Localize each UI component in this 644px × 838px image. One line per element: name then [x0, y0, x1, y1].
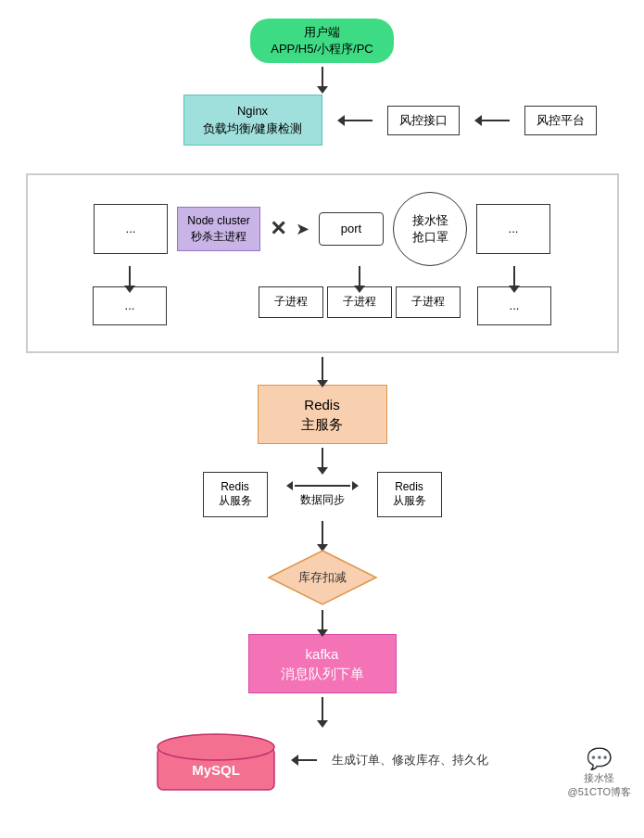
mask-label: 接水怪 抢口罩	[412, 212, 448, 246]
data-sync-label: 数据同步	[300, 492, 345, 508]
user-client-box: 用户端 APP/H5/小程序/PC	[250, 19, 394, 63]
diamond-text: 库存扣减	[298, 570, 347, 584]
kafka-box: kafka 消息队列下单	[248, 634, 397, 693]
dots-box-right: ...	[476, 204, 550, 254]
kafka-label: kafka 消息队列下单	[281, 644, 364, 683]
left-down-arrow	[129, 266, 131, 286]
arrow-head-mysql	[291, 755, 298, 766]
architecture-diagram: 用户端 APP/H5/小程序/PC Nginx 负载均衡/健康检测 风控接口 风…	[0, 0, 644, 810]
bi-arrow-line1	[286, 481, 359, 490]
arrow-redismaster-slaves	[322, 448, 323, 468]
subprocess3-box: 子进程	[396, 286, 461, 318]
spacer2	[278, 266, 298, 286]
arrow-head2	[474, 115, 482, 126]
arrow-platform-port	[474, 115, 510, 126]
arrow-kafka-mysql	[322, 697, 323, 721]
spacer1	[176, 266, 269, 286]
port-down-arrow-wrap	[334, 266, 385, 286]
data-sync-arrow: 数据同步	[286, 481, 359, 508]
diamond-wrapper: 库存扣减	[267, 549, 378, 610]
arrow-desc-mysql	[291, 755, 317, 766]
arrow-line	[345, 120, 373, 121]
watermark: 💬 接水怪 @51CTO博客	[568, 747, 631, 799]
arrow-fengkong-nginx	[337, 115, 373, 126]
mask-circle: 接水怪 抢口罩	[393, 192, 467, 266]
arrow-head	[337, 115, 345, 126]
arrow-line2	[482, 120, 510, 121]
subprocess1-box: 子进程	[259, 286, 323, 318]
node-cluster-box: Node cluster 秒杀主进程	[177, 207, 260, 251]
redis-master-box: Redis 主服务	[258, 385, 387, 444]
redis-slave-row: Redis 从服务 数据同步 Redis 从服务	[203, 472, 442, 517]
mysql-row: MySQL 生成订单、修改库存、持久化	[156, 729, 488, 792]
redis-master-label: Redis 主服务	[301, 395, 343, 434]
nginx-box: Nginx 负载均衡/健康检测	[183, 95, 322, 145]
port-down-arrow	[359, 266, 360, 286]
watermark-handle: @51CTO博客	[568, 785, 631, 799]
cross-icon: ✕	[270, 217, 286, 241]
user-client-label: 用户端 APP/H5/小程序/PC	[271, 24, 373, 57]
sub1-col: 子进程	[259, 286, 323, 318]
mysql-cylinder-svg: MySQL	[156, 729, 276, 792]
wechat-icon: 💬	[587, 747, 612, 771]
right-down-arrow-wrap	[477, 266, 551, 286]
cluster-arrows-row	[37, 266, 608, 286]
bi-arrow-line-body	[295, 485, 350, 487]
arrow-slaves-diamond	[322, 521, 323, 545]
watermark-name: 接水怪	[584, 771, 614, 785]
mysql-cylinder: MySQL	[156, 729, 276, 792]
redis-slave1-box: Redis 从服务	[203, 472, 268, 517]
cluster-box: ... Node cluster 秒杀主进程 ✕ ➤ port 接水怪	[26, 173, 619, 353]
arrow-line-mysql	[298, 759, 317, 761]
mysql-text: MySQL	[192, 762, 240, 778]
nginx-label: Nginx 负载均衡/健康检测	[203, 103, 303, 136]
port-box: port	[319, 212, 384, 246]
svg-point-2	[158, 734, 274, 760]
arrow-right-icon: ➤	[296, 219, 309, 239]
arrow-user-nginx	[322, 67, 323, 87]
nginx-row: Nginx 负载均衡/健康检测 风控接口 风控平台	[48, 95, 597, 145]
fengkong-platform-box: 风控平台	[524, 106, 597, 135]
mysql-desc-label: 生成订单、修改库存、持久化	[332, 752, 488, 768]
spacer4	[394, 266, 468, 286]
bi-arrow-left-head	[286, 481, 293, 490]
arrow-cluster-redis	[322, 357, 323, 381]
sub3-col: 子进程	[396, 286, 461, 318]
fengkong-port-box: 风控接口	[387, 106, 460, 135]
arrow-diamond-kafka	[322, 610, 323, 630]
bi-arrow-right-head	[352, 481, 359, 490]
cluster-bottom-row: ... 子进程 子进程	[37, 286, 608, 325]
diamond-svg: 库存扣减	[267, 549, 378, 606]
cluster-inner-row: ... Node cluster 秒杀主进程 ✕ ➤ port 接水怪	[37, 192, 608, 266]
redis-slave2-box: Redis 从服务	[377, 472, 442, 517]
dots-box-left: ...	[94, 204, 168, 254]
left-down-arrow-wrap	[93, 266, 167, 286]
spacer3	[308, 266, 324, 286]
node-cluster-label: Node cluster 秒杀主进程	[187, 213, 249, 245]
right-down-arrow	[513, 266, 515, 286]
